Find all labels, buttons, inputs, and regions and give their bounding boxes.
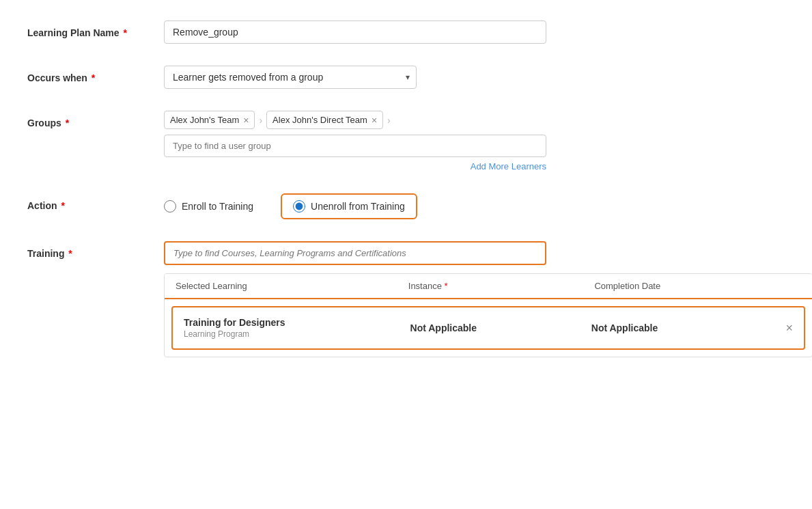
group-tag-2-label: Alex John's Direct Team (272, 115, 367, 125)
occurs-when-select[interactable]: Learner gets removed from a group (164, 66, 417, 89)
training-label: Training * (27, 241, 164, 259)
group-tag-1: Alex John's Team × (164, 111, 255, 129)
groups-label: Groups * (27, 111, 164, 128)
enroll-option[interactable]: Enroll to Training (164, 200, 253, 212)
table-row-name-col: Training for Designers Learning Program (184, 317, 410, 339)
training-search-input[interactable] (164, 241, 546, 265)
group-tag-2-remove[interactable]: × (372, 115, 377, 125)
training-row-remove-button[interactable]: × (785, 322, 793, 334)
action-radio-options: Enroll to Training Unenroll from Trainin… (164, 193, 785, 219)
unenroll-option[interactable]: Unenroll from Training (281, 193, 417, 219)
col-header-completion-date: Completion Date (594, 281, 781, 291)
training-item-subtitle: Learning Program (184, 329, 410, 339)
training-content: Selected Learning Instance * Completion … (164, 241, 812, 357)
col-header-action (781, 281, 801, 291)
group-search-input[interactable] (164, 135, 546, 157)
training-instance: Not Applicable (410, 322, 591, 333)
training-row: Training * Selected Learning Instance * … (27, 241, 785, 357)
learning-plan-name-row: Learning Plan Name * (27, 20, 785, 44)
group-tag-1-remove[interactable]: × (243, 115, 249, 125)
group-tag-1-label: Alex John's Team (170, 115, 239, 125)
group-tag-2: Alex John's Direct Team × (266, 111, 383, 129)
occurs-when-content: Learner gets removed from a group ▾ (164, 66, 785, 89)
action-content: Enroll to Training Unenroll from Trainin… (164, 193, 785, 219)
col-header-selected-learning: Selected Learning (176, 281, 408, 291)
action-label: Action * (27, 193, 164, 211)
learning-plan-input[interactable] (164, 20, 546, 44)
training-item-title: Training for Designers (184, 317, 410, 328)
table-row-remove-col: × (772, 322, 793, 334)
learning-plan-content (164, 20, 785, 44)
learning-plan-label: Learning Plan Name * (27, 20, 164, 38)
selected-learning-table: Selected Learning Instance * Completion … (164, 273, 812, 357)
unenroll-radio[interactable] (293, 200, 305, 212)
group-arrow-icon-2: › (387, 115, 391, 126)
occurs-when-select-wrapper: Learner gets removed from a group ▾ (164, 66, 417, 89)
occurs-when-label: Occurs when * (27, 66, 164, 83)
groups-row: Groups * Alex John's Team × › Alex John'… (27, 111, 785, 171)
enroll-radio[interactable] (164, 200, 176, 212)
enroll-label: Enroll to Training (182, 201, 253, 212)
groups-content: Alex John's Team × › Alex John's Direct … (164, 111, 785, 171)
col-header-instance: Instance * (408, 281, 595, 291)
unenroll-label: Unenroll from Training (311, 201, 405, 212)
action-row: Action * Enroll to Training Unenroll fro… (27, 193, 785, 219)
group-arrow-icon: › (259, 115, 262, 126)
table-header: Selected Learning Instance * Completion … (165, 274, 812, 299)
groups-tags-area: Alex John's Team × › Alex John's Direct … (164, 111, 785, 129)
occurs-when-row: Occurs when * Learner gets removed from … (27, 66, 785, 89)
table-row: Training for Designers Learning Program … (171, 306, 805, 350)
training-completion-date: Not Applicable (591, 322, 772, 333)
add-more-learners-link[interactable]: Add More Learners (164, 161, 546, 171)
